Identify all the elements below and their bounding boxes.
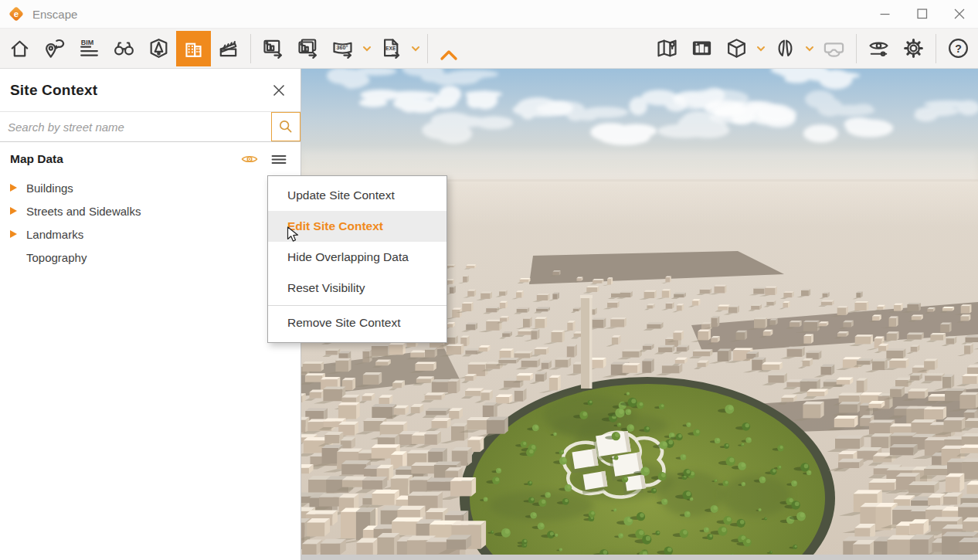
title-bar: e Enscape [0, 0, 978, 29]
hamburger-menu-icon [270, 150, 288, 168]
bim-icon: BIM [77, 36, 101, 60]
fly-mode-button[interactable] [768, 31, 803, 66]
binoculars-icon [112, 36, 136, 60]
search-input[interactable] [0, 112, 271, 141]
panorama-360-icon: 360° [331, 36, 355, 60]
svg-text:BIM: BIM [81, 39, 94, 46]
fly-mode-dropdown-button[interactable] [803, 31, 817, 66]
expand-arrow-icon[interactable] [10, 184, 17, 192]
tree-item-topography[interactable]: Topography [0, 246, 301, 269]
toolbar-separator [427, 34, 428, 63]
menu-item-remove-site-context[interactable]: Remove Site Context [268, 307, 447, 338]
site-context-panel: Site Context Map Data Buildings [0, 69, 301, 560]
close-icon [270, 81, 288, 100]
enscape-logo: e [8, 5, 25, 22]
eye-slider-icon [867, 36, 891, 60]
tree-item-landmarks[interactable]: Landmarks [0, 222, 301, 246]
preview-screen-icon [690, 36, 714, 60]
main-toolbar: BIM [0, 29, 978, 69]
menu-item-hide-overlapping-data[interactable]: Hide Overlapping Data [268, 242, 447, 273]
vr-mode-button[interactable] [817, 31, 851, 66]
svg-text:EXE: EXE [385, 46, 396, 51]
eye-icon [240, 152, 259, 166]
close-window-button[interactable] [941, 0, 978, 28]
view-cone-icon [147, 36, 171, 60]
expand-arrow-icon[interactable] [10, 207, 17, 215]
map-data-context-menu: Update Site Context Edit Site Context Hi… [267, 175, 447, 343]
screenshot-export-button[interactable] [256, 31, 290, 66]
visibility-toggle-button[interactable] [238, 148, 261, 170]
wings-icon [773, 36, 797, 60]
panorama-dropdown-button[interactable] [360, 31, 374, 66]
geolocation-pin-icon [42, 36, 66, 60]
vr-headset-icon [822, 36, 846, 60]
exe-dropdown-button[interactable] [409, 31, 423, 66]
expand-arrow-placeholder [10, 253, 17, 261]
tree-item-label: Landmarks [26, 228, 83, 241]
exe-export-icon: EXE [379, 36, 403, 60]
chevron-down-icon [411, 46, 420, 52]
window-controls [867, 0, 978, 28]
svg-text:360°: 360° [336, 44, 348, 51]
tree-item-streets[interactable]: Streets and Sidewalks [0, 199, 301, 222]
settings-button[interactable] [896, 31, 931, 66]
toolbar-separator [936, 34, 936, 63]
tree-item-label: Buildings [26, 182, 73, 195]
map-data-menu-button[interactable] [267, 148, 290, 170]
chevron-down-icon [756, 46, 766, 52]
tree-item-label: Streets and Sidewalks [26, 205, 141, 218]
chevron-up-icon [439, 49, 459, 61]
screenshot-export-icon [261, 36, 285, 60]
chevron-down-icon [362, 46, 372, 52]
mouse-cursor [287, 226, 302, 245]
home-button[interactable] [2, 31, 37, 66]
exe-export-button[interactable]: EXE [374, 31, 409, 66]
visual-settings-button[interactable] [861, 31, 896, 66]
batch-export-button[interactable] [290, 31, 325, 66]
cube-icon [725, 36, 749, 60]
toolbar-separator [250, 34, 251, 63]
site-context-buildings-icon [182, 36, 205, 60]
geolocation-button[interactable] [37, 31, 72, 66]
panel-title: Site Context [10, 82, 267, 99]
map-icon [655, 36, 679, 60]
map-data-header: Map Data [0, 142, 301, 176]
view-management-button[interactable] [141, 31, 176, 66]
toolbar-separator [856, 34, 857, 63]
svg-text:?: ? [955, 42, 962, 55]
tree-item-buildings[interactable]: Buildings [0, 176, 301, 199]
site-context-button[interactable] [176, 31, 211, 66]
bim-button[interactable]: BIM [72, 31, 107, 66]
video-editor-button[interactable] [211, 31, 246, 66]
expand-arrow-icon[interactable] [10, 230, 17, 238]
map-data-tree: Buildings Streets and Sidewalks Landmark… [0, 176, 301, 269]
help-icon: ? [946, 36, 970, 60]
close-panel-button[interactable] [267, 79, 290, 102]
logo-letter: e [14, 9, 19, 19]
app-title: Enscape [32, 8, 77, 21]
minimize-button[interactable] [867, 0, 904, 28]
search-button[interactable] [271, 112, 301, 141]
maximize-button[interactable] [904, 0, 941, 28]
map-data-label: Map Data [10, 152, 232, 166]
menu-item-update-site-context[interactable]: Update Site Context [268, 180, 447, 211]
menu-separator [268, 305, 447, 306]
map-overview-button[interactable] [650, 31, 684, 66]
view-mode-dropdown-button[interactable] [754, 31, 768, 66]
chevron-down-icon [805, 46, 814, 52]
gear-icon [902, 36, 925, 60]
collapse-toolbar-button[interactable] [433, 42, 465, 68]
binoculars-button[interactable] [107, 31, 141, 66]
menu-item-reset-visibility[interactable]: Reset Visibility [268, 273, 447, 304]
help-button[interactable]: ? [941, 31, 976, 66]
panel-header: Site Context [0, 69, 301, 111]
panorama-export-button[interactable]: 360° [325, 31, 360, 66]
orthographic-view-button[interactable] [719, 31, 754, 66]
search-icon [277, 118, 294, 135]
render-preview-button[interactable] [684, 31, 719, 66]
batch-export-icon [296, 36, 320, 60]
clapperboard-icon [216, 36, 240, 60]
search-row [0, 111, 301, 142]
tree-item-label: Topography [26, 251, 87, 264]
home-icon [8, 36, 32, 60]
